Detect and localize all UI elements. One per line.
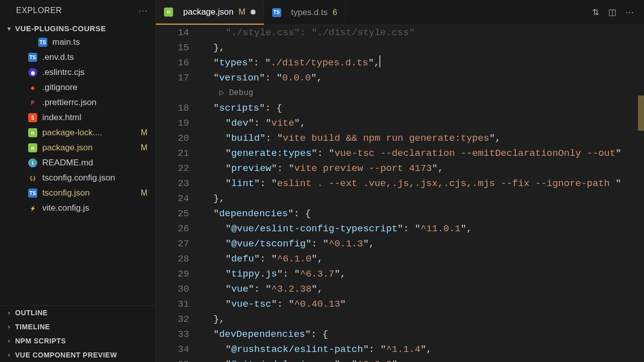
file-item[interactable]: ⚡vite.config.js <box>0 201 155 216</box>
line-number <box>156 85 201 101</box>
file-item[interactable]: npackage.jsonM <box>0 140 155 155</box>
explorer-title: EXPLORER <box>16 6 62 15</box>
code-line[interactable]: "defu": "^6.1.0", <box>201 251 644 266</box>
titlebar-actions: ⇅ ◫ ⋯ <box>592 7 644 18</box>
chevron-right-icon: › <box>5 323 13 330</box>
line-number: 32 <box>156 312 201 327</box>
folder-name: VUE-PLUGINS-COURSE <box>15 24 106 33</box>
code-line[interactable]: "dependencies": { <box>201 206 644 221</box>
ts-icon: TS <box>28 189 37 198</box>
code-line[interactable]: "dev": "vite", <box>201 116 644 131</box>
file-item[interactable]: ◆.gitignore <box>0 80 155 95</box>
line-number: 20 <box>156 131 201 146</box>
vite-icon: ⚡ <box>28 204 37 213</box>
line-number: 14 <box>156 25 201 40</box>
tab[interactable]: TStypes.d.ts6 <box>264 0 346 25</box>
chevron-right-icon: › <box>5 337 13 344</box>
chevron-right-icon: › <box>5 309 13 316</box>
file-name: README.md <box>42 158 93 168</box>
file-icon: n <box>164 8 173 17</box>
code-line[interactable]: "types": "./dist/types.d.ts", <box>201 55 644 70</box>
code-line[interactable]: "tippy.js": "^6.3.7", <box>201 266 644 282</box>
line-number: 31 <box>156 297 201 312</box>
line-number: 17 <box>156 70 201 85</box>
folder-header[interactable]: ▾ VUE-PLUGINS-COURSE <box>0 22 155 35</box>
code-line[interactable]: "@rushstack/eslint-patch": "^1.1.4", <box>201 342 644 357</box>
file-item[interactable]: 5index.html <box>0 110 155 125</box>
eslint-icon: ◉ <box>28 68 37 77</box>
tab-bar: npackage.jsonMTStypes.d.ts6 ⇅ ◫ ⋯ <box>156 0 644 25</box>
file-item[interactable]: TS.env.d.ts <box>0 50 155 65</box>
file-item[interactable]: iREADME.md <box>0 155 155 170</box>
more-actions-icon[interactable]: ⋯ <box>625 7 634 18</box>
line-number: 22 <box>156 161 201 176</box>
file-name: .gitignore <box>42 82 77 93</box>
tab-name: types.d.ts <box>291 8 328 18</box>
file-name: vite.config.js <box>42 203 90 213</box>
code-line[interactable]: "lint": "eslint . --ext .vue,.js,.jsx,.c… <box>201 176 644 191</box>
code-editor[interactable]: 1415161718192021222324252627282930313233… <box>156 25 644 362</box>
json-icon: {.} <box>28 173 37 183</box>
code-line[interactable]: "preview": "vite preview --port 4173", <box>201 161 644 176</box>
file-tree: TSmain.tsTS.env.d.ts◉.eslintrc.cjs◆.giti… <box>0 35 155 305</box>
file-item[interactable]: {.}tsconfig.config.json <box>0 170 155 186</box>
section-header[interactable]: ›VUE COMPONENT PREVIEW <box>0 348 155 362</box>
line-number: 28 <box>156 251 201 266</box>
code-line[interactable]: }, <box>201 191 644 206</box>
split-icon[interactable]: ◫ <box>608 7 616 18</box>
code-line[interactable]: "@vue/tsconfig": "^0.1.3", <box>201 236 644 251</box>
file-item[interactable]: P.prettierrc.json <box>0 95 155 110</box>
section-header[interactable]: ›TIMELINE <box>0 320 155 334</box>
tab[interactable]: npackage.jsonM <box>156 0 264 25</box>
code-line[interactable]: "build": "vite build && npm run generate… <box>201 131 644 146</box>
file-item[interactable]: TSmain.ts <box>0 35 155 50</box>
section-name: NPM SCRIPTS <box>15 337 66 345</box>
chevron-down-icon: ▾ <box>5 25 13 32</box>
file-name: tsconfig.json <box>42 188 90 198</box>
line-number: 27 <box>156 236 201 251</box>
line-number: 16 <box>156 55 201 70</box>
line-number: 34 <box>156 342 201 357</box>
code-line[interactable]: "vue-tsc": "^0.40.13" <box>201 297 644 312</box>
gutter: 1415161718192021222324252627282930313233… <box>156 25 201 362</box>
code-line[interactable]: }, <box>201 40 644 55</box>
code-line[interactable]: "@vitejs/plugin-vue": "^3.0.3", <box>201 357 644 362</box>
code-line[interactable]: "scripts": { <box>201 101 644 116</box>
code-line[interactable]: "@vue/eslint-config-typescript": "^11.0.… <box>201 221 644 236</box>
code-content[interactable]: "./style.css": "./dist/style.css"},"type… <box>201 25 644 362</box>
line-number: 19 <box>156 116 201 131</box>
more-icon[interactable]: ⋯ <box>138 5 148 16</box>
line-number: 30 <box>156 282 201 297</box>
file-item[interactable]: TStsconfig.jsonM <box>0 186 155 201</box>
file-item[interactable]: npackage-lock....M <box>0 125 155 140</box>
ts-icon: TS <box>28 53 37 62</box>
npm-icon: n <box>28 128 37 137</box>
file-name: tsconfig.config.json <box>42 173 115 183</box>
line-number: 23 <box>156 176 201 191</box>
scrollbar-marker[interactable] <box>638 96 644 131</box>
file-name: .prettierrc.json <box>42 98 97 108</box>
code-line[interactable]: ▷ Debug <box>201 85 644 101</box>
line-number: 18 <box>156 101 201 116</box>
file-item[interactable]: ◉.eslintrc.cjs <box>0 65 155 80</box>
code-line[interactable]: "generate:types": "vue-tsc --declaration… <box>201 146 644 161</box>
cursor <box>379 55 380 67</box>
section-header[interactable]: ›NPM SCRIPTS <box>0 334 155 348</box>
code-line[interactable]: "devDependencies": { <box>201 327 644 342</box>
bottom-sections: ›OUTLINE›TIMELINE›NPM SCRIPTS›VUE COMPON… <box>0 305 155 362</box>
modified-badge: M <box>141 143 147 152</box>
html-icon: 5 <box>28 113 37 122</box>
line-number: 24 <box>156 191 201 206</box>
dirty-indicator-icon <box>251 10 256 15</box>
section-name: TIMELINE <box>15 323 50 331</box>
line-number: 25 <box>156 206 201 221</box>
compare-icon[interactable]: ⇅ <box>592 7 599 18</box>
code-line[interactable]: "./style.css": "./dist/style.css" <box>201 25 644 40</box>
section-header[interactable]: ›OUTLINE <box>0 306 155 320</box>
code-line[interactable]: }, <box>201 312 644 327</box>
debug-hint[interactable]: ▷ Debug <box>201 85 253 101</box>
code-line[interactable]: "vue": "^3.2.38", <box>201 282 644 297</box>
line-number: 21 <box>156 146 201 161</box>
file-name: .eslintrc.cjs <box>42 67 85 77</box>
code-line[interactable]: "version": "0.0.0", <box>201 70 644 85</box>
